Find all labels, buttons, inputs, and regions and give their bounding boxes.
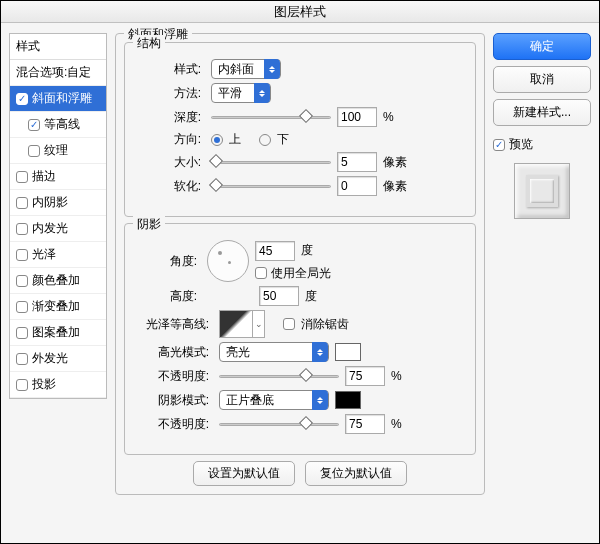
style-item-7[interactable]: 颜色叠加 xyxy=(10,268,106,294)
style-item-checkbox[interactable] xyxy=(16,197,28,209)
direction-up-label: 上 xyxy=(229,131,241,148)
style-item-checkbox[interactable] xyxy=(16,223,28,235)
direction-label: 方向: xyxy=(141,131,205,148)
chevron-updown-icon xyxy=(264,59,280,79)
style-item-checkbox[interactable] xyxy=(16,171,28,183)
soften-label: 软化: xyxy=(141,178,205,195)
preview-checkbox[interactable] xyxy=(493,139,505,151)
altitude-input[interactable]: 50 xyxy=(259,286,299,306)
percent-unit: % xyxy=(383,110,407,124)
style-item-checkbox[interactable] xyxy=(28,145,40,157)
highlight-opacity-label: 不透明度: xyxy=(141,368,213,385)
style-select[interactable]: 内斜面 xyxy=(211,59,281,79)
depth-label: 深度: xyxy=(141,109,205,126)
soften-input[interactable]: 0 xyxy=(337,176,377,196)
soften-slider[interactable] xyxy=(211,178,331,194)
pixel-unit: 像素 xyxy=(383,154,407,171)
style-value: 内斜面 xyxy=(218,61,254,78)
style-item-10[interactable]: 外发光 xyxy=(10,346,106,372)
style-item-0[interactable]: 斜面和浮雕 xyxy=(10,86,106,112)
structure-group: 结构 样式: 内斜面 方法: 平滑 xyxy=(124,42,476,217)
angle-wheel[interactable] xyxy=(207,240,249,282)
style-item-label: 描边 xyxy=(32,168,56,185)
degree-unit: 度 xyxy=(301,242,313,259)
style-item-3[interactable]: 描边 xyxy=(10,164,106,190)
percent-unit: % xyxy=(391,417,415,431)
shadow-mode-value: 正片叠底 xyxy=(226,392,274,409)
style-item-label: 纹理 xyxy=(44,142,68,159)
size-input[interactable]: 5 xyxy=(337,152,377,172)
highlight-mode-label: 高光模式: xyxy=(141,344,213,361)
blending-options[interactable]: 混合选项:自定 xyxy=(10,60,106,86)
style-item-checkbox[interactable] xyxy=(16,327,28,339)
direction-up-radio[interactable] xyxy=(211,134,223,146)
style-item-4[interactable]: 内阴影 xyxy=(10,190,106,216)
preview-label: 预览 xyxy=(509,136,533,153)
style-item-9[interactable]: 图案叠加 xyxy=(10,320,106,346)
gloss-contour-label: 光泽等高线: xyxy=(141,316,213,333)
chevron-updown-icon xyxy=(312,390,328,410)
shadow-mode-select[interactable]: 正片叠底 xyxy=(219,390,329,410)
style-item-label: 内阴影 xyxy=(32,194,68,211)
global-light-label: 使用全局光 xyxy=(271,265,331,282)
style-item-label: 光泽 xyxy=(32,246,56,263)
window-title: 图层样式 xyxy=(1,1,599,23)
settings-panel: 斜面和浮雕 结构 样式: 内斜面 方法: xyxy=(115,33,485,533)
highlight-mode-value: 亮光 xyxy=(226,344,250,361)
global-light-checkbox[interactable] xyxy=(255,267,267,279)
style-item-2[interactable]: 纹理 xyxy=(10,138,106,164)
structure-legend: 结构 xyxy=(133,35,165,52)
style-item-1[interactable]: 等高线 xyxy=(10,112,106,138)
shadow-opacity-label: 不透明度: xyxy=(141,416,213,433)
style-item-checkbox[interactable] xyxy=(16,93,28,105)
highlight-mode-select[interactable]: 亮光 xyxy=(219,342,329,362)
shadow-color-swatch[interactable] xyxy=(335,391,361,409)
style-item-checkbox[interactable] xyxy=(16,353,28,365)
style-item-label: 外发光 xyxy=(32,350,68,367)
highlight-opacity-slider[interactable] xyxy=(219,368,339,384)
shadow-opacity-input[interactable]: 75 xyxy=(345,414,385,434)
shadow-opacity-slider[interactable] xyxy=(219,416,339,432)
style-item-8[interactable]: 渐变叠加 xyxy=(10,294,106,320)
styles-list: 样式 混合选项:自定 斜面和浮雕等高线纹理描边内阴影内发光光泽颜色叠加渐变叠加图… xyxy=(9,33,107,399)
content: 样式 混合选项:自定 斜面和浮雕等高线纹理描边内阴影内发光光泽颜色叠加渐变叠加图… xyxy=(1,23,599,543)
blending-options-label: 混合选项:自定 xyxy=(16,64,91,81)
antialias-label: 消除锯齿 xyxy=(301,316,349,333)
new-style-button[interactable]: 新建样式... xyxy=(493,99,591,126)
percent-unit: % xyxy=(391,369,415,383)
reset-default-button[interactable]: 复位为默认值 xyxy=(305,461,407,486)
ok-button[interactable]: 确定 xyxy=(493,33,591,60)
method-value: 平滑 xyxy=(218,85,242,102)
style-item-checkbox[interactable] xyxy=(16,379,28,391)
method-label: 方法: xyxy=(141,85,205,102)
style-item-checkbox[interactable] xyxy=(28,119,40,131)
styles-header[interactable]: 样式 xyxy=(10,34,106,60)
depth-input[interactable]: 100 xyxy=(337,107,377,127)
cancel-button[interactable]: 取消 xyxy=(493,66,591,93)
size-slider[interactable] xyxy=(211,154,331,170)
style-item-11[interactable]: 投影 xyxy=(10,372,106,398)
make-default-button[interactable]: 设置为默认值 xyxy=(193,461,295,486)
shadow-mode-label: 阴影模式: xyxy=(141,392,213,409)
highlight-color-swatch[interactable] xyxy=(335,343,361,361)
method-select[interactable]: 平滑 xyxy=(211,83,271,103)
style-item-checkbox[interactable] xyxy=(16,275,28,287)
chevron-updown-icon xyxy=(312,342,328,362)
style-item-6[interactable]: 光泽 xyxy=(10,242,106,268)
gloss-contour-dropdown[interactable]: ⌄ xyxy=(253,310,265,338)
gloss-contour-picker[interactable] xyxy=(219,310,253,338)
style-item-checkbox[interactable] xyxy=(16,301,28,313)
angle-input[interactable]: 45 xyxy=(255,241,295,261)
layer-style-dialog: 图层样式 样式 混合选项:自定 斜面和浮雕等高线纹理描边内阴影内发光光泽颜色叠加… xyxy=(0,0,600,544)
preview-swatch xyxy=(514,163,570,219)
direction-down-radio[interactable] xyxy=(259,134,271,146)
depth-slider[interactable] xyxy=(211,109,331,125)
direction-down-label: 下 xyxy=(277,131,289,148)
antialias-checkbox[interactable] xyxy=(283,318,295,330)
style-item-5[interactable]: 内发光 xyxy=(10,216,106,242)
style-item-checkbox[interactable] xyxy=(16,249,28,261)
highlight-opacity-input[interactable]: 75 xyxy=(345,366,385,386)
size-label: 大小: xyxy=(141,154,205,171)
style-item-label: 投影 xyxy=(32,376,56,393)
style-item-label: 斜面和浮雕 xyxy=(32,90,92,107)
